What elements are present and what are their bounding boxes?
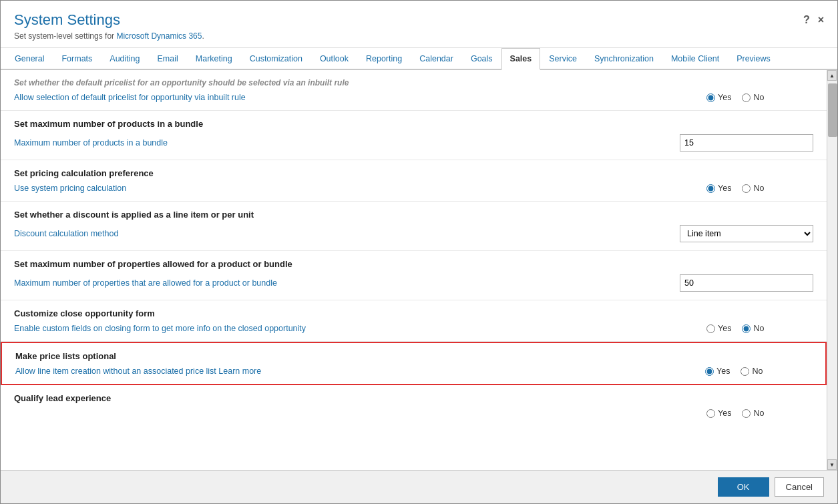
input-max-properties[interactable]	[680, 274, 813, 292]
label-price-lists: Allow line item creation without an asso…	[15, 366, 705, 376]
section-qualify-lead: Qualify lead experience Yes No	[1, 385, 827, 426]
radio-no-default-pricelist[interactable]: No	[742, 93, 764, 102]
section-pricing-calc: Set pricing calculation preference Use s…	[1, 160, 827, 202]
title-block: System Settings Set system-level setting…	[14, 11, 204, 41]
section-row-max-properties: Maximum number of properties that are al…	[14, 272, 813, 294]
section-header-max-products: Set maximum number of products in a bund…	[14, 119, 813, 129]
tab-goals[interactable]: Goals	[462, 48, 501, 70]
main-content: Set whether the default pricelist for an…	[1, 70, 827, 470]
dialog-footer: OK Cancel	[1, 470, 837, 503]
brand-text: Microsoft Dynamics 365	[116, 31, 202, 41]
input-max-products[interactable]	[680, 134, 813, 152]
radio-yes-default-pricelist[interactable]: Yes	[706, 93, 731, 102]
section-header-discount: Set whether a discount is applied as a l…	[14, 210, 813, 220]
radio-group-default-pricelist: Yes No	[706, 93, 813, 102]
close-button[interactable]: ×	[818, 14, 824, 26]
tab-calendar[interactable]: Calendar	[411, 48, 462, 70]
select-discount[interactable]: Line item Per unit	[680, 225, 813, 242]
section-default-pricelist: Set whether the default pricelist for an…	[1, 70, 827, 111]
radio-group-close-form: Yes No	[706, 324, 813, 333]
tab-reporting[interactable]: Reporting	[357, 48, 411, 70]
select-area-discount: Line item Per unit	[680, 225, 813, 242]
section-close-form: Customize close opportunity form Enable …	[1, 300, 827, 342]
section-row-default-pricelist: Allow selection of default pricelist for…	[14, 90, 813, 105]
content-area: Set whether the default pricelist for an…	[1, 70, 837, 470]
label-default-pricelist: Allow selection of default pricelist for…	[14, 93, 706, 102]
scroll-up-arrow[interactable]: ▲	[827, 70, 837, 81]
section-row-price-lists: Allow line item creation without an asso…	[15, 364, 812, 379]
label-discount: Discount calculation method	[14, 229, 680, 238]
input-area-max-properties	[680, 274, 813, 292]
scroll-down-arrow[interactable]: ▼	[827, 459, 837, 470]
section-header-max-properties: Set maximum number of properties allowed…	[14, 259, 813, 269]
dialog-header: System Settings Set system-level setting…	[1, 1, 837, 48]
label-max-products: Maximum number of products in a bundle	[14, 138, 680, 148]
tab-auditing[interactable]: Auditing	[101, 48, 148, 70]
radio-yes-qualify-lead[interactable]: Yes	[706, 409, 731, 418]
scrollbar: ▲ ▼	[827, 70, 837, 470]
section-header-close-form: Customize close opportunity form	[14, 308, 813, 318]
dialog-title: System Settings	[14, 11, 204, 29]
radio-no-pricing-calc[interactable]: No	[742, 184, 764, 193]
tab-customization[interactable]: Customization	[241, 48, 311, 70]
tab-general[interactable]: General	[6, 48, 53, 70]
cancel-button[interactable]: Cancel	[775, 477, 824, 497]
learn-more-link[interactable]: Learn more	[218, 366, 261, 376]
tab-service[interactable]: Service	[540, 48, 586, 70]
radio-yes-price-lists[interactable]: Yes	[705, 366, 730, 376]
section-row-discount: Discount calculation method Line item Pe…	[14, 222, 813, 245]
section-max-properties: Set maximum number of properties allowed…	[1, 251, 827, 300]
system-settings-dialog: System Settings Set system-level setting…	[0, 0, 838, 504]
tab-sales[interactable]: Sales	[501, 48, 541, 70]
section-discount: Set whether a discount is applied as a l…	[1, 202, 827, 251]
tab-mobile-client[interactable]: Mobile Client	[662, 48, 728, 70]
section-row-qualify-lead: Yes No	[14, 406, 813, 421]
radio-group-price-lists: Yes No	[705, 366, 812, 376]
tabs-bar: General Formats Auditing Email Marketing…	[1, 48, 837, 70]
section-row-pricing-calc: Use system pricing calculation Yes No	[14, 181, 813, 196]
radio-no-close-form[interactable]: No	[742, 324, 764, 333]
section-header-pricing-calc: Set pricing calculation preference	[14, 168, 813, 178]
section-header-default-pricelist: Set whether the default pricelist for an…	[14, 78, 813, 87]
radio-group-pricing-calc: Yes No	[706, 184, 813, 193]
radio-group-qualify-lead: Yes No	[706, 409, 813, 418]
dialog-subtitle: Set system-level settings for Microsoft …	[14, 31, 204, 41]
label-max-properties: Maximum number of properties that are al…	[14, 278, 680, 288]
section-row-max-products: Maximum number of products in a bundle	[14, 132, 813, 154]
radio-yes-pricing-calc[interactable]: Yes	[706, 184, 731, 193]
tab-marketing[interactable]: Marketing	[187, 48, 241, 70]
radio-yes-close-form[interactable]: Yes	[706, 324, 731, 333]
label-close-form: Enable custom fields on closing form to …	[14, 324, 706, 333]
tab-synchronization[interactable]: Synchronization	[586, 48, 662, 70]
ok-button[interactable]: OK	[718, 477, 769, 497]
section-row-close-form: Enable custom fields on closing form to …	[14, 321, 813, 336]
tab-formats[interactable]: Formats	[53, 48, 101, 70]
section-header-qualify-lead: Qualify lead experience	[14, 393, 813, 403]
radio-no-price-lists[interactable]: No	[741, 366, 763, 376]
tab-outlook[interactable]: Outlook	[311, 48, 357, 70]
tab-previews[interactable]: Previews	[728, 48, 779, 70]
section-price-lists: Make price lists optional Allow line ite…	[1, 342, 827, 385]
radio-no-qualify-lead[interactable]: No	[742, 409, 764, 418]
help-button[interactable]: ?	[803, 14, 810, 26]
scroll-thumb[interactable]	[828, 83, 837, 137]
label-pricing-calc: Use system pricing calculation	[14, 184, 706, 193]
tab-email[interactable]: Email	[149, 48, 187, 70]
section-max-products: Set maximum number of products in a bund…	[1, 111, 827, 160]
section-header-price-lists: Make price lists optional	[15, 351, 812, 361]
dialog-controls: ? ×	[803, 11, 824, 26]
input-area-max-products	[680, 134, 813, 152]
